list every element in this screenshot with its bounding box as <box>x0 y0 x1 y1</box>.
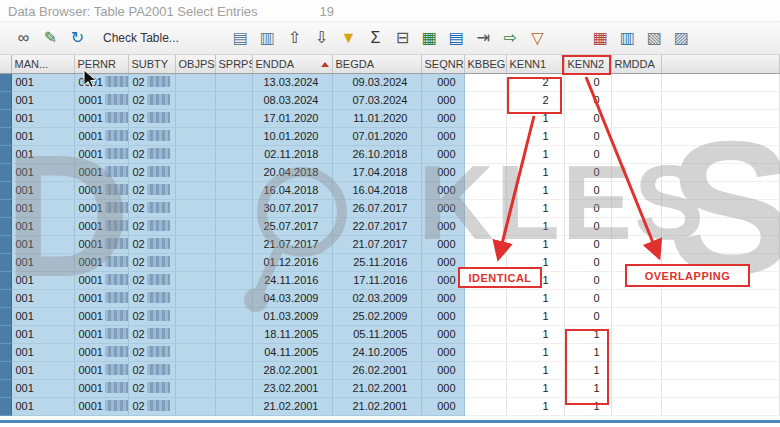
export-spreadsheet-icon[interactable]: ▦ <box>416 26 443 50</box>
cell-endda[interactable]: 04.11.2005 <box>252 343 332 361</box>
cell-kenn1[interactable]: 1 <box>506 127 564 145</box>
cell-pernr[interactable]: 0001 <box>74 127 128 145</box>
cell-pernr[interactable]: 0001 <box>74 397 128 415</box>
cell-subty[interactable]: 02 <box>128 145 175 163</box>
row-selector[interactable] <box>0 109 11 127</box>
cell-rmdda[interactable] <box>611 73 661 91</box>
sort-table-icon[interactable]: ▥ <box>254 26 281 50</box>
cell-rmdda[interactable] <box>611 235 661 253</box>
cell-subty[interactable]: 02 <box>128 73 175 91</box>
cell-kenn1[interactable]: 1 <box>506 379 564 397</box>
row-selector[interactable] <box>0 217 11 235</box>
cell-kenn1[interactable]: 1 <box>506 145 564 163</box>
cell-sprps[interactable] <box>215 217 252 235</box>
cell-sprps[interactable] <box>215 253 252 271</box>
cell-begda[interactable]: 11.01.2020 <box>332 109 421 127</box>
row-selector[interactable] <box>0 379 11 397</box>
column-header-rmdda[interactable]: RMDDA <box>611 55 661 73</box>
cell-man[interactable]: 001 <box>11 145 74 163</box>
cell-kenn1[interactable]: 1 <box>506 199 564 217</box>
cell-subty[interactable]: 02 <box>128 361 175 379</box>
cell-kenn1[interactable]: 2 <box>506 91 564 109</box>
cell-kbbeg[interactable] <box>464 109 506 127</box>
cell-objps[interactable] <box>175 73 215 91</box>
cell-pernr[interactable]: 0001 <box>74 217 128 235</box>
cell-kenn2[interactable]: 0 <box>564 145 611 163</box>
refresh-icon[interactable]: ↻ <box>64 26 91 50</box>
cell-kbbeg[interactable] <box>464 127 506 145</box>
cell-sprps[interactable] <box>215 271 252 289</box>
cell-man[interactable]: 001 <box>11 91 74 109</box>
cell-begda[interactable]: 07.03.2024 <box>332 91 421 109</box>
cell-objps[interactable] <box>175 235 215 253</box>
cell-objps[interactable] <box>175 289 215 307</box>
cell-man[interactable]: 001 <box>11 235 74 253</box>
cell-man[interactable]: 001 <box>11 217 74 235</box>
cell-kenn1[interactable]: 1 <box>506 235 564 253</box>
cell-subty[interactable]: 02 <box>128 181 175 199</box>
cell-seqnr[interactable]: 000 <box>421 163 464 181</box>
column-header-pernr[interactable]: PERNR <box>74 55 128 73</box>
cell-subty[interactable]: 02 <box>128 271 175 289</box>
details-icon[interactable]: ▤ <box>227 26 254 50</box>
cell-endda[interactable]: 21.02.2001 <box>252 397 332 415</box>
cell-begda[interactable]: 24.10.2005 <box>332 343 421 361</box>
cell-rmdda[interactable] <box>611 163 661 181</box>
cell-kenn2[interactable]: 0 <box>564 127 611 145</box>
cell-rmdda[interactable] <box>611 181 661 199</box>
cell-rmdda[interactable] <box>611 145 661 163</box>
cell-man[interactable]: 001 <box>11 253 74 271</box>
cell-objps[interactable] <box>175 109 215 127</box>
cell-objps[interactable] <box>175 163 215 181</box>
cell-endda[interactable]: 16.04.2018 <box>252 181 332 199</box>
cell-objps[interactable] <box>175 217 215 235</box>
cell-sprps[interactable] <box>215 397 252 415</box>
cell-pernr[interactable]: 0001 <box>74 235 128 253</box>
cell-begda[interactable]: 02.03.2009 <box>332 289 421 307</box>
cell-objps[interactable] <box>175 91 215 109</box>
cell-subty[interactable]: 02 <box>128 127 175 145</box>
cell-kenn2[interactable]: 1 <box>564 397 611 415</box>
row-selector[interactable] <box>0 343 11 361</box>
cell-kbbeg[interactable] <box>464 163 506 181</box>
row-selector[interactable] <box>0 325 11 343</box>
row-selector[interactable] <box>0 145 11 163</box>
cell-man[interactable]: 001 <box>11 379 74 397</box>
cell-endda[interactable]: 10.01.2020 <box>252 127 332 145</box>
cell-sprps[interactable] <box>215 289 252 307</box>
cell-begda[interactable]: 26.10.2018 <box>332 145 421 163</box>
cell-endda[interactable]: 18.11.2005 <box>252 325 332 343</box>
export-icon[interactable]: ⇨ <box>497 26 524 50</box>
cell-rmdda[interactable] <box>611 127 661 145</box>
cell-rmdda[interactable] <box>611 217 661 235</box>
cell-man[interactable]: 001 <box>11 307 74 325</box>
cell-kenn2[interactable]: 0 <box>564 271 611 289</box>
cell-seqnr[interactable]: 000 <box>421 235 464 253</box>
cell-seqnr[interactable]: 000 <box>421 325 464 343</box>
cell-objps[interactable] <box>175 361 215 379</box>
cell-seqnr[interactable]: 000 <box>421 73 464 91</box>
cell-subty[interactable]: 02 <box>128 253 175 271</box>
cell-kbbeg[interactable] <box>464 379 506 397</box>
cell-kbbeg[interactable] <box>464 289 506 307</box>
cell-seqnr[interactable]: 000 <box>421 181 464 199</box>
cell-kbbeg[interactable] <box>464 361 506 379</box>
column-header-seqnr[interactable]: SEQNR <box>421 55 464 73</box>
cell-rmdda[interactable] <box>611 379 661 397</box>
column-header-kbbeg[interactable]: KBBEG <box>464 55 506 73</box>
cell-endda[interactable]: 13.03.2024 <box>252 73 332 91</box>
cell-kenn2[interactable]: 0 <box>564 163 611 181</box>
cell-subty[interactable]: 02 <box>128 289 175 307</box>
cell-seqnr[interactable]: 000 <box>421 127 464 145</box>
column-header-objps[interactable]: OBJPS <box>175 55 215 73</box>
cell-pernr[interactable]: 0001 <box>74 73 128 91</box>
print-icon[interactable]: ⊟ <box>389 26 416 50</box>
cell-sprps[interactable] <box>215 163 252 181</box>
cell-begda[interactable]: 26.02.2001 <box>332 361 421 379</box>
cell-kenn2[interactable]: 0 <box>564 235 611 253</box>
cell-man[interactable]: 001 <box>11 109 74 127</box>
cell-kenn1[interactable]: 1 <box>506 163 564 181</box>
word-processing-icon[interactable]: ▤ <box>443 26 470 50</box>
cell-kbbeg[interactable] <box>464 217 506 235</box>
cell-seqnr[interactable]: 000 <box>421 199 464 217</box>
